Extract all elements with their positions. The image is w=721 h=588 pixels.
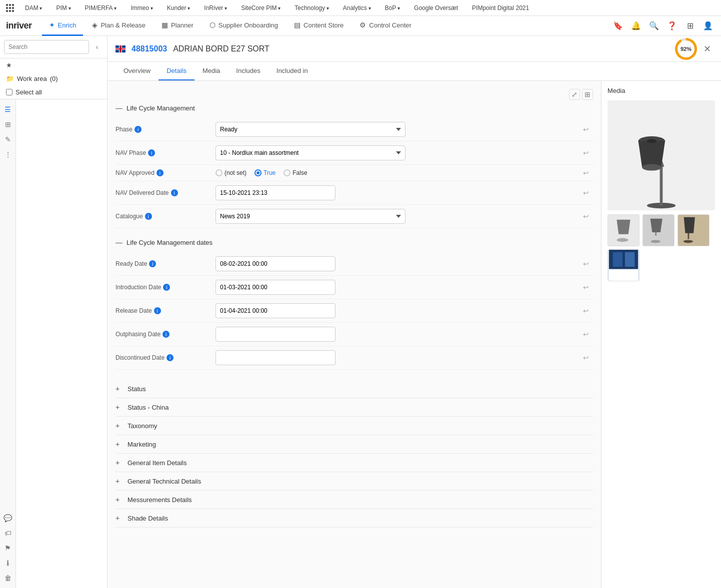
tab-media[interactable]: Media xyxy=(194,62,228,80)
tab-details[interactable]: Details xyxy=(158,62,194,80)
field-row-nav-delivered-date: NAV Delivered Date i ↩ xyxy=(116,181,593,205)
edit-icon[interactable]: ✎ xyxy=(2,133,14,145)
nav-bop[interactable]: BoP xyxy=(382,2,403,13)
section-status-china[interactable]: + Status - China xyxy=(116,398,593,417)
nav-analytics[interactable]: Analytics xyxy=(340,2,374,13)
list-view-icon[interactable]: ☰ xyxy=(2,103,14,115)
user-icon[interactable]: 👤 xyxy=(701,19,715,33)
nav-pimpoint[interactable]: PIMpoint Digital 2021 xyxy=(469,2,532,13)
bell-icon[interactable]: 🔔 xyxy=(629,19,643,33)
nav-phase-info-icon[interactable]: i xyxy=(148,149,155,156)
field-row-discontinued-date: Discontinued Date i ↩ xyxy=(116,346,593,370)
nav-sitecore-pim[interactable]: SiteCore PIM xyxy=(238,2,284,13)
nav-approved-history-icon[interactable]: ↩ xyxy=(579,169,593,177)
catalogue-history-icon[interactable]: ↩ xyxy=(579,212,593,220)
lifecycle-section-header[interactable]: — Life Cycle Management xyxy=(116,104,593,112)
nav-phase-select[interactable]: 10 - Nordlux main assortment 20 - Second… xyxy=(216,145,406,160)
media-thumb-1[interactable] xyxy=(608,214,640,246)
catalogue-select[interactable]: News 2019 News 2020 News 2021 xyxy=(216,209,406,224)
tab-included-in[interactable]: Included in xyxy=(268,62,316,80)
nav-pim[interactable]: PIM xyxy=(53,2,74,13)
tab-overview[interactable]: Overview xyxy=(116,62,158,80)
release-date-history-icon[interactable]: ↩ xyxy=(579,307,593,315)
tab-includes[interactable]: Includes xyxy=(228,62,268,80)
search-input[interactable] xyxy=(4,40,89,54)
info-icon[interactable]: ℹ xyxy=(2,557,14,569)
section-marketing[interactable]: + Marketing xyxy=(116,435,593,454)
tag-icon[interactable]: 🏷 xyxy=(2,527,14,539)
media-thumb-3[interactable] xyxy=(678,214,710,246)
media-thumb-4[interactable] xyxy=(608,249,640,281)
chat-icon[interactable]: 💬 xyxy=(2,512,14,524)
section-taxonomy[interactable]: + Taxonomy xyxy=(116,417,593,435)
ready-date-input[interactable] xyxy=(216,256,336,271)
nav-pim-erfa[interactable]: PIM/ERFA xyxy=(82,2,120,13)
grid-apps-icon[interactable]: ⊞ xyxy=(683,19,697,33)
nav-technology[interactable]: Technology xyxy=(292,2,332,13)
release-date-input[interactable] xyxy=(216,303,336,318)
select-all-checkbox[interactable] xyxy=(6,89,12,95)
nav-phase-history-icon[interactable]: ↩ xyxy=(579,149,593,157)
product-id: 48815003 xyxy=(132,44,167,53)
grid-view-icon[interactable]: ⊞ xyxy=(2,118,14,130)
field-row-release-date: Release Date i ↩ xyxy=(116,299,593,323)
outphasing-date-info-icon[interactable]: i xyxy=(162,331,170,338)
nav-approved-false[interactable]: False xyxy=(284,169,307,176)
media-main-image[interactable] xyxy=(608,100,715,210)
nav-approved-not-set[interactable]: (not set) xyxy=(216,169,246,176)
nav-approved-info-icon[interactable]: i xyxy=(156,169,164,176)
discontinued-date-input[interactable] xyxy=(216,350,336,365)
phase-info-icon[interactable]: i xyxy=(134,126,142,133)
discontinued-date-history-icon[interactable]: ↩ xyxy=(579,354,593,362)
outphasing-date-input[interactable] xyxy=(216,327,336,342)
flag-icon[interactable]: ⚑ xyxy=(2,542,14,554)
nav-immeo[interactable]: Immeo xyxy=(128,2,156,13)
tab-planner[interactable]: ▦ Planner xyxy=(154,16,200,36)
nav-inriver[interactable]: InRiver xyxy=(201,2,230,13)
ready-date-history-icon[interactable]: ↩ xyxy=(579,260,593,268)
media-thumb-2[interactable] xyxy=(642,214,674,246)
outphasing-date-history-icon[interactable]: ↩ xyxy=(579,330,593,338)
fullscreen-icon[interactable]: ⊞ xyxy=(582,89,593,100)
discontinued-date-label: Discontinued Date i xyxy=(116,354,216,361)
introduction-date-input[interactable] xyxy=(216,280,336,295)
phase-history-icon[interactable]: ↩ xyxy=(579,125,593,133)
introduction-date-info-icon[interactable]: i xyxy=(163,284,170,291)
discontinued-date-info-icon[interactable]: i xyxy=(166,354,174,361)
nav-delivered-date-history-icon[interactable]: ↩ xyxy=(579,189,593,197)
ready-date-info-icon[interactable]: i xyxy=(149,260,156,267)
tab-content-store[interactable]: ▤ Content Store xyxy=(287,16,350,36)
phase-select[interactable]: Ready Draft Published Archived xyxy=(216,122,406,137)
search-icon[interactable]: 🔍 xyxy=(647,19,661,33)
tab-enrich[interactable]: ✦ Enrich xyxy=(42,16,84,36)
lifecycle-dates-section-header[interactable]: — Life Cycle Management dates xyxy=(116,238,593,246)
close-button[interactable]: ✕ xyxy=(701,43,713,55)
expand-icon[interactable]: ⤢ xyxy=(569,89,580,100)
nav-google-oversaet[interactable]: Google Oversæt xyxy=(411,2,461,13)
section-status[interactable]: + Status xyxy=(116,380,593,398)
help-icon[interactable]: ❓ xyxy=(665,19,679,33)
sidebar-item-star[interactable]: ★ xyxy=(0,58,107,72)
nav-approved-true[interactable]: True xyxy=(254,169,276,176)
collapse-sidebar-button[interactable]: ‹ xyxy=(91,41,103,53)
nav-delivered-date-input[interactable] xyxy=(216,185,336,200)
field-row-ready-date: Ready Date i ↩ xyxy=(116,252,593,276)
section-general-technical-details[interactable]: + General Technical Details xyxy=(116,472,593,491)
nav-dam[interactable]: DAM xyxy=(22,2,45,13)
tab-plan-release[interactable]: ◈ Plan & Release xyxy=(85,16,152,36)
tab-control-center[interactable]: ⚙ Control Center xyxy=(352,16,418,36)
more-options-icon[interactable]: ⋮ xyxy=(2,148,14,160)
section-shade-details[interactable]: + Shade Details xyxy=(116,509,593,528)
release-date-info-icon[interactable]: i xyxy=(154,307,161,314)
catalogue-info-icon[interactable]: i xyxy=(145,213,152,220)
section-general-item-details[interactable]: + General Item Details xyxy=(116,454,593,472)
section-measurements-details[interactable]: + Messurements Details xyxy=(116,491,593,509)
sidebar-item-work-area[interactable]: 📁 Work area (0) xyxy=(0,72,107,85)
nav-kunder[interactable]: Kunder xyxy=(164,2,193,13)
tab-supplier-onboarding[interactable]: ⬡ Supplier Onboarding xyxy=(202,16,285,36)
delete-icon[interactable]: 🗑 xyxy=(2,572,14,584)
introduction-date-history-icon[interactable]: ↩ xyxy=(579,283,593,291)
nav-delivered-date-info-icon[interactable]: i xyxy=(171,189,178,196)
grid-icon[interactable] xyxy=(6,4,14,12)
bookmark-icon[interactable]: 🔖 xyxy=(611,19,625,33)
